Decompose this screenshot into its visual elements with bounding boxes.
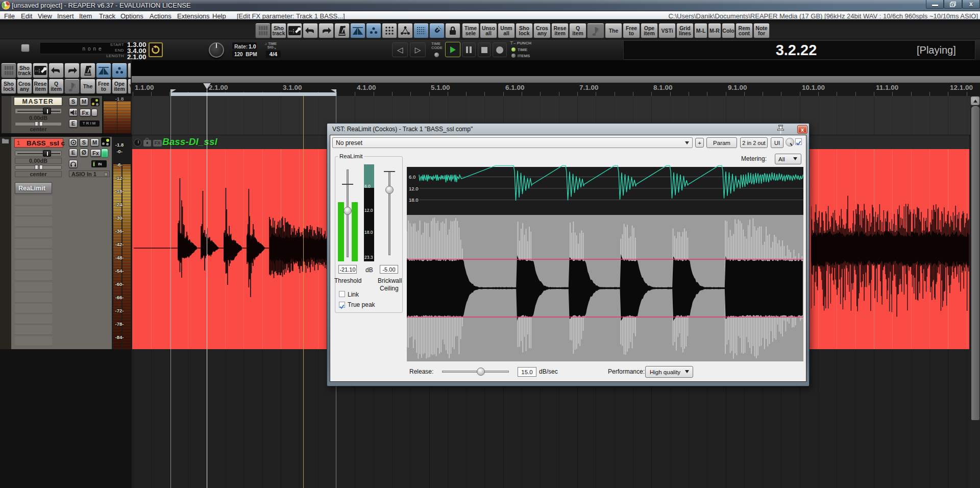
svg-text:6.0: 6.0: [409, 174, 415, 180]
svg-text:12.0: 12.0: [409, 186, 419, 191]
svg-text:18.0: 18.0: [409, 197, 419, 203]
